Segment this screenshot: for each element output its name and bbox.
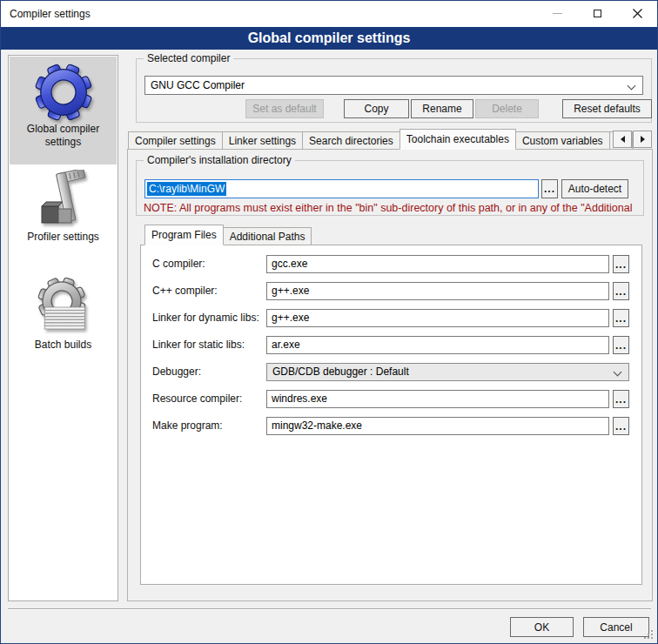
footer-divider: [8, 608, 651, 610]
close-icon: [633, 9, 642, 18]
browse-install-dir-button[interactable]: ...: [541, 179, 558, 198]
arrow-right-icon: [641, 136, 645, 143]
field-label: C compiler:: [152, 255, 264, 273]
cpp-compiler-input[interactable]: g++.exe: [266, 282, 609, 300]
sidebar-item-global-compiler-settings[interactable]: Global compiler settings: [10, 57, 117, 164]
maximize-button[interactable]: [577, 1, 617, 26]
field-value: mingw32-make.exe: [272, 418, 362, 434]
install-dir-selected-text: C:\raylib\MinGW: [147, 182, 226, 196]
field-label: Resource compiler:: [152, 390, 264, 408]
subtab-program-files[interactable]: Program Files: [144, 225, 224, 245]
resize-grip[interactable]: [651, 637, 653, 639]
field-label: Linker for dynamic libs:: [152, 309, 264, 327]
group-label: Compiler's installation directory: [144, 154, 295, 166]
tab-linker-settings[interactable]: Linker settings: [222, 131, 303, 150]
tab-search-directories[interactable]: Search directories: [302, 131, 400, 150]
field-label: Make program:: [152, 417, 264, 435]
make-program-input[interactable]: mingw32-make.exe: [266, 417, 609, 435]
blue-gear-icon: [10, 57, 117, 121]
sidebar-item-label: Profiler settings: [10, 229, 117, 244]
delete-button[interactable]: Delete: [475, 99, 539, 118]
c-compiler-input[interactable]: gcc.exe: [266, 255, 609, 273]
field-value: windres.exe: [272, 391, 327, 407]
sidebar-item-batch-builds[interactable]: Batch builds: [10, 272, 117, 380]
minimize-icon: [553, 13, 562, 14]
install-dir-input[interactable]: C:\raylib\MinGW: [144, 179, 539, 198]
sidebar-item-label: Global compiler settings: [10, 121, 117, 149]
field-value: gcc.exe: [272, 256, 307, 272]
page-title: Global compiler settings: [1, 27, 657, 50]
browse-cpp-compiler-button[interactable]: ...: [613, 282, 629, 300]
browse-static-linker-button[interactable]: ...: [613, 336, 629, 354]
field-label: C++ compiler:: [152, 282, 264, 300]
tab-scroll-left-button[interactable]: [613, 131, 632, 148]
sidebar-item-profiler-settings[interactable]: Profiler settings: [10, 164, 117, 272]
field-value: g++.exe: [272, 283, 309, 299]
install-note: NOTE: All programs must exist either in …: [144, 202, 644, 214]
settings-sidebar: Global compiler settings: [8, 55, 118, 601]
chevron-down-icon: [628, 82, 636, 91]
copy-button[interactable]: Copy: [344, 99, 409, 118]
program-tabs: Program Files Additional Paths: [144, 225, 312, 245]
ok-button[interactable]: OK: [510, 617, 574, 637]
group-label: Selected compiler: [144, 52, 233, 64]
browse-resource-compiler-button[interactable]: ...: [613, 390, 629, 408]
cancel-button[interactable]: Cancel: [583, 617, 649, 637]
arrow-left-icon: [621, 136, 625, 143]
titlebar: Compiler settings: [1, 1, 657, 27]
browse-c-compiler-button[interactable]: ...: [613, 255, 629, 273]
tab-custom-variables[interactable]: Custom variables: [515, 131, 610, 150]
window-title: Compiler settings: [10, 1, 91, 27]
minimize-button[interactable]: [537, 1, 577, 26]
field-value: ar.exe: [272, 337, 300, 353]
dynamic-linker-input[interactable]: g++.exe: [266, 309, 609, 327]
field-value: GDB/CDB debugger : Default: [272, 364, 409, 380]
close-button[interactable]: [617, 1, 657, 26]
browse-make-program-button[interactable]: ...: [613, 417, 629, 435]
batch-builds-icon: [10, 272, 117, 337]
compiler-combobox-value: GNU GCC Compiler: [151, 77, 623, 95]
field-label: Debugger:: [152, 363, 264, 381]
autodetect-button[interactable]: Auto-detect: [561, 179, 628, 198]
static-linker-input[interactable]: ar.exe: [266, 336, 609, 354]
compiler-combobox[interactable]: GNU GCC Compiler: [144, 76, 643, 95]
field-value: g++.exe: [272, 310, 309, 326]
browse-dynamic-linker-button[interactable]: ...: [613, 309, 629, 327]
rename-button[interactable]: Rename: [411, 99, 473, 118]
compiler-settings-window: Compiler settings Global compiler settin…: [0, 0, 658, 644]
compiler-tabs: Compiler settings Linker settings Search…: [128, 129, 633, 150]
debugger-select[interactable]: GDB/CDB debugger : Default: [266, 363, 629, 381]
tab-compiler-settings[interactable]: Compiler settings: [128, 131, 223, 150]
caliper-icon: [10, 164, 117, 229]
set-as-default-button[interactable]: Set as default: [245, 99, 324, 118]
chevron-down-icon: [614, 368, 622, 377]
subtab-additional-paths[interactable]: Additional Paths: [223, 227, 312, 245]
resource-compiler-input[interactable]: windres.exe: [266, 390, 609, 408]
sidebar-item-label: Batch builds: [10, 337, 117, 352]
maximize-icon: [594, 10, 601, 17]
field-label: Linker for static libs:: [152, 336, 264, 354]
tab-toolchain-executables[interactable]: Toolchain executables: [400, 129, 516, 150]
tab-scroll-right-button[interactable]: [633, 131, 652, 148]
reset-defaults-button[interactable]: Reset defaults: [562, 99, 652, 118]
